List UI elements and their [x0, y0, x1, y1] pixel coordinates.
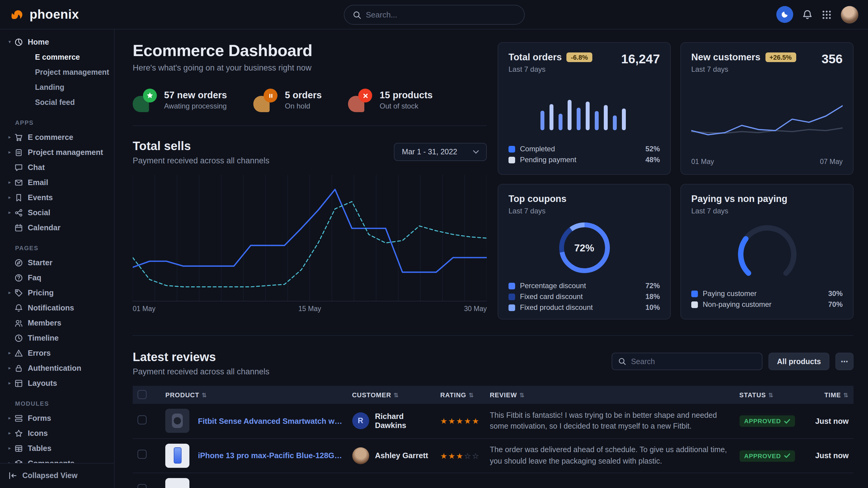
caret-icon: ▸ — [6, 290, 13, 295]
product-thumbnail — [165, 444, 189, 467]
star-icon: ★ — [440, 451, 448, 460]
search-icon — [352, 10, 361, 19]
brand-name: phoenix — [30, 7, 79, 22]
sidebar-item-layouts[interactable]: ▸Layouts — [0, 376, 114, 391]
brand[interactable]: phoenix — [10, 7, 79, 22]
calendar-icon — [14, 223, 23, 232]
sidebar-item-pricing[interactable]: ▸Pricing — [0, 285, 114, 300]
stat-item: 57 new ordersAwating processing — [133, 88, 227, 112]
card-title: New customers — [691, 52, 760, 63]
sidebar-item-faq[interactable]: Faq — [0, 270, 114, 285]
star-icon: ★ — [472, 417, 480, 426]
lock-icon — [14, 364, 23, 372]
sidebar-item-icons[interactable]: ▸Icons — [0, 426, 114, 441]
tag-icon — [14, 289, 23, 297]
row-checkbox[interactable] — [137, 484, 147, 488]
sidebar-item-events[interactable]: ▸Events — [0, 190, 114, 205]
bell-icon — [802, 9, 812, 20]
sidebar-item-project-management[interactable]: Project management — [0, 65, 114, 79]
stat-value: 15 products — [380, 90, 433, 101]
sidebar-item-members[interactable]: Members — [0, 315, 114, 330]
all-products-button[interactable]: All products — [769, 353, 829, 370]
rating-cell: ★★★☆☆ — [435, 438, 485, 473]
legend-swatch — [691, 301, 698, 308]
sidebar-item-email[interactable]: ▸Email — [0, 175, 114, 190]
column-header-rating[interactable]: RATING⇅ — [435, 386, 485, 404]
sidebar-item-home[interactable]: ▾Home — [0, 34, 114, 50]
bookmark-icon — [14, 193, 23, 202]
apps-grid-button[interactable] — [822, 9, 832, 20]
product-link[interactable]: Fitbit Sense Advanced Smartwatch with To… — [198, 417, 342, 426]
column-header-customer[interactable]: CUSTOMER⇅ — [347, 386, 435, 404]
dashboard-left-column: Ecommerce Dashboard Here's what's going … — [133, 30, 487, 320]
sidebar-item-starter[interactable]: Starter — [0, 255, 114, 270]
row-checkbox[interactable] — [137, 415, 147, 424]
new-customers-card: New customers +26.5% Last 7 days 356 01 — [680, 42, 854, 175]
caret-icon: ▸ — [6, 195, 13, 200]
column-header-product[interactable]: PRODUCT⇅ — [160, 386, 347, 404]
sidebar-item-calendar[interactable]: Calendar — [0, 220, 114, 235]
star-icon: ★ — [456, 417, 464, 426]
column-header-review[interactable]: REVIEW⇅ — [485, 386, 734, 404]
total-sells-line-chart — [133, 175, 487, 301]
select-all-checkbox[interactable] — [137, 390, 147, 399]
sidebar-item-chat[interactable]: Chat — [0, 160, 114, 175]
customer-name: Richard Dawkins — [375, 412, 430, 430]
stat-value: 5 orders — [285, 90, 322, 101]
time-cell: Just now — [802, 438, 854, 473]
legend-item: Non-paying customer70% — [691, 299, 843, 310]
sidebar-item-social[interactable]: ▸Social — [0, 205, 114, 220]
reviews-search-input[interactable] — [631, 357, 756, 366]
collapse-sidebar-button[interactable]: Collapsed View — [0, 463, 114, 488]
sidebar-item-errors[interactable]: ▸Errors — [0, 346, 114, 360]
check-icon — [784, 453, 790, 458]
card-title: Paying vs non paying — [691, 194, 843, 204]
sidebar-item-tables[interactable]: ▸Tables — [0, 441, 114, 456]
navbar-search[interactable] — [343, 5, 525, 25]
star-icon — [14, 429, 23, 437]
sidebar-item-components[interactable]: ▸Components — [0, 456, 114, 463]
date-range-select[interactable]: Mar 1 - 31, 2022 — [394, 143, 487, 161]
new-customers-line-chart — [691, 96, 843, 154]
caret-icon: ▸ — [6, 150, 13, 155]
sidebar-item-forms[interactable]: ▸Forms — [0, 411, 114, 426]
stat-caption: Awating processing — [164, 102, 227, 110]
sidebar-item-landing[interactable]: Landing — [0, 79, 114, 95]
sidebar-item-social-feed[interactable]: Social feed — [0, 95, 114, 110]
divider — [133, 125, 487, 126]
rating-cell — [435, 473, 485, 488]
column-header-status[interactable]: STATUS⇅ — [734, 386, 802, 404]
sidebar-item-authentication[interactable]: ▸Authentication — [0, 360, 114, 376]
user-avatar[interactable] — [841, 6, 858, 23]
navbar-search-input[interactable] — [366, 10, 516, 19]
legend-swatch — [508, 304, 515, 311]
table-row — [133, 473, 854, 488]
sidebar-item-e-commerce[interactable]: ▸E commerce — [0, 130, 114, 145]
sidebar-item-e-commerce[interactable]: E commerce — [0, 50, 114, 65]
caret-icon: ▸ — [6, 446, 13, 451]
theme-toggle-button[interactable] — [776, 6, 793, 23]
trend-badge: +26.5% — [765, 53, 796, 62]
sidebar-item-notifications[interactable]: Notifications — [0, 300, 114, 315]
legend-item: Percentage discount72% — [508, 280, 660, 291]
more-actions-button[interactable]: ⋯ — [835, 353, 854, 370]
column-header-time[interactable]: TIME⇅ — [802, 386, 854, 404]
clipboard-icon — [14, 148, 23, 157]
product-link[interactable]: iPhone 13 pro max-Pacific Blue-128GB sto… — [198, 451, 342, 460]
reviews-search[interactable] — [612, 353, 763, 370]
star-icon: ★ — [440, 417, 448, 426]
paying-legend: Paying customer30%Non-paying customer70% — [691, 288, 843, 310]
caret-icon: ▸ — [6, 180, 13, 185]
cart-icon — [14, 133, 23, 141]
collapse-label: Collapsed View — [22, 471, 78, 480]
trend-badge: -6.8% — [567, 53, 592, 62]
caret-icon: ▸ — [6, 134, 13, 140]
main-content: Ecommerce Dashboard Here's what's going … — [115, 30, 868, 488]
stat-value: 57 new orders — [164, 90, 227, 101]
rating-cell: ★★★★★ — [435, 404, 485, 438]
sidebar-item-project-management[interactable]: ▸Project management — [0, 145, 114, 160]
check-icon — [784, 419, 790, 424]
row-checkbox[interactable] — [137, 450, 147, 459]
notifications-button[interactable] — [802, 9, 812, 20]
sidebar-item-timeline[interactable]: Timeline — [0, 330, 114, 346]
